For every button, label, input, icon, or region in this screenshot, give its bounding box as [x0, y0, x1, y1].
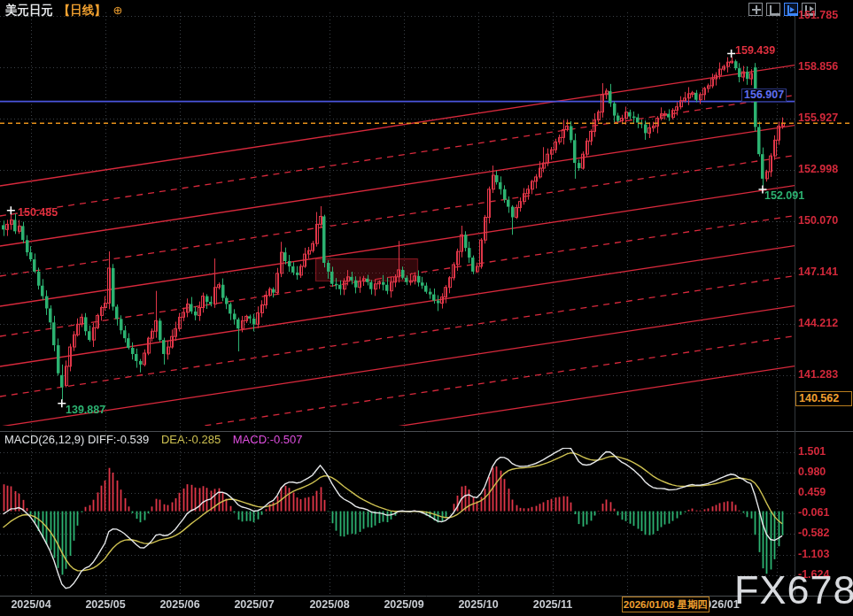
price-axis-label: 141.283: [798, 368, 851, 381]
price-axis-label: 144.212: [798, 317, 851, 329]
axes-glyph: [770, 5, 779, 15]
arrow-glyph: [790, 7, 795, 12]
price-axis-label: 147.141: [798, 266, 851, 278]
date-axis-label: 2025/05: [74, 598, 136, 611]
low-marker-label: 139.887: [66, 404, 105, 416]
macd-axis-label: 0.459: [798, 486, 851, 498]
date-axis-label: 2025/11: [522, 598, 584, 611]
watermark: FX678: [734, 567, 853, 613]
date-axis-label: 2025/10: [447, 598, 509, 611]
diff-value: DIFF:-0.539: [88, 433, 149, 446]
price-axis-label: 161.785: [798, 9, 851, 21]
macd-axis-label: -0.582: [798, 527, 851, 539]
horizontal-level-label: 156.907: [741, 89, 787, 102]
price-axis-label: 158.856: [798, 60, 851, 73]
macd-axis-label: -0.061: [798, 506, 851, 519]
plus-glyph: [752, 9, 761, 11]
period-label: 【日线】: [58, 4, 106, 17]
macd-axis-label: 1.501: [798, 445, 851, 458]
macd-value: MACD:-0.507: [233, 433, 303, 446]
price-axis-label: 150.070: [798, 214, 851, 227]
macd-axis-label: -1.103: [798, 548, 851, 560]
track-latest-icon[interactable]: [784, 3, 798, 16]
chart-title-bar: 美元日元 【日线】 ⊕: [5, 3, 122, 19]
macd-axis-label: 0.980: [798, 466, 851, 478]
date-axis-label: 2025/08: [299, 598, 361, 611]
indicator-status-row: MACD(26,12,9) DIFF:-0.539 DEA:-0.285 MAC…: [4, 433, 303, 446]
indicator-name: MACD(26,12,9): [4, 433, 84, 446]
date-axis-label: 2025/04: [0, 598, 62, 611]
high-marker-label: 159.439: [735, 44, 775, 57]
symbol-title: 美元日元: [5, 4, 53, 17]
chart-window: 美元日元 【日线】 ⊕ 161.785158.856155.927152.998…: [0, 0, 853, 616]
date-axis-label: 2025/07: [223, 598, 285, 611]
crosshair-price-box: 140.562: [795, 391, 852, 406]
auto-scale-icon[interactable]: [766, 3, 780, 16]
chart-canvas[interactable]: [0, 0, 853, 616]
add-indicator-icon[interactable]: ⊕: [113, 4, 123, 17]
date-axis-label: 2025/06: [149, 598, 211, 611]
move-chart-icon[interactable]: [748, 3, 763, 16]
low-marker-label: 152.091: [764, 189, 804, 202]
high-marker-label: 150.485: [18, 206, 58, 219]
price-axis-label: 155.927: [798, 112, 851, 124]
crosshair-date-box: 2026/01/08 星期四: [622, 597, 710, 612]
date-axis-label: 2025/09: [373, 598, 435, 611]
price-axis-label: 152.998: [798, 163, 851, 175]
dea-value: DEA:-0.285: [161, 433, 221, 446]
